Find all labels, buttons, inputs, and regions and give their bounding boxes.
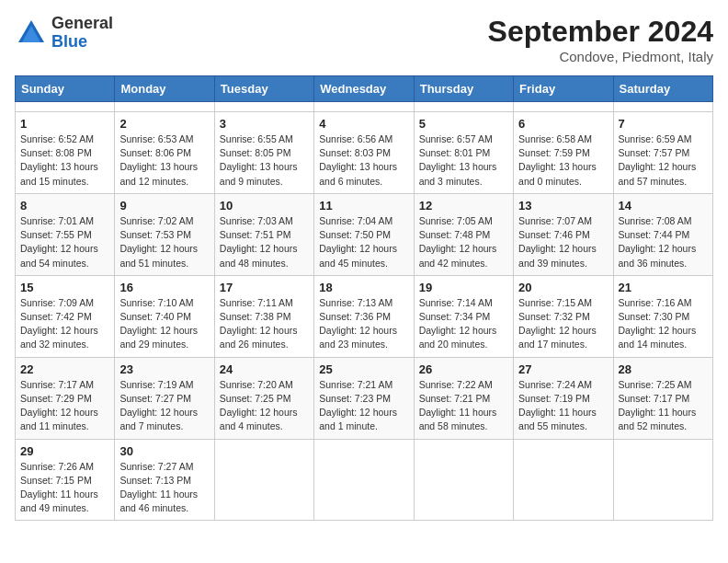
day-cell: 3Sunrise: 6:55 AM Sunset: 8:05 PM Daylig… — [214, 112, 313, 194]
day-cell — [514, 439, 613, 521]
day-detail: Sunrise: 7:07 AM Sunset: 7:46 PM Dayligh… — [518, 214, 608, 270]
week-row-4: 22Sunrise: 7:17 AM Sunset: 7:29 PM Dayli… — [16, 357, 713, 439]
day-cell: 2Sunrise: 6:53 AM Sunset: 8:06 PM Daylig… — [115, 112, 214, 194]
day-detail: Sunrise: 7:05 AM Sunset: 7:48 PM Dayligh… — [419, 214, 508, 270]
day-cell — [214, 439, 313, 521]
day-number: 23 — [119, 362, 209, 376]
day-cell: 5Sunrise: 6:57 AM Sunset: 8:01 PM Daylig… — [414, 112, 513, 194]
day-number: 29 — [20, 444, 109, 458]
day-number: 20 — [518, 281, 608, 294]
day-detail: Sunrise: 7:19 AM Sunset: 7:27 PM Dayligh… — [119, 378, 209, 434]
day-detail: Sunrise: 7:02 AM Sunset: 7:53 PM Dayligh… — [119, 214, 209, 270]
day-cell: 28Sunrise: 7:25 AM Sunset: 7:17 PM Dayli… — [613, 357, 712, 439]
day-header-thursday: Thursday — [414, 76, 513, 102]
day-cell: 24Sunrise: 7:20 AM Sunset: 7:25 PM Dayli… — [214, 357, 313, 439]
day-detail: Sunrise: 7:11 AM Sunset: 7:38 PM Dayligh… — [220, 296, 309, 352]
day-detail: Sunrise: 7:09 AM Sunset: 7:42 PM Dayligh… — [20, 296, 109, 352]
day-cell: 4Sunrise: 6:56 AM Sunset: 8:03 PM Daylig… — [314, 112, 414, 194]
day-detail: Sunrise: 6:59 AM Sunset: 7:57 PM Dayligh… — [619, 132, 708, 189]
week-row-2: 8Sunrise: 7:01 AM Sunset: 7:55 PM Daylig… — [16, 193, 713, 275]
day-cell: 22Sunrise: 7:17 AM Sunset: 7:29 PM Dayli… — [16, 357, 115, 439]
day-cell: 15Sunrise: 7:09 AM Sunset: 7:42 PM Dayli… — [16, 275, 115, 357]
day-number: 7 — [619, 117, 708, 131]
day-cell: 18Sunrise: 7:13 AM Sunset: 7:36 PM Dayli… — [314, 275, 414, 357]
day-detail: Sunrise: 7:21 AM Sunset: 7:23 PM Dayligh… — [319, 378, 408, 434]
day-number: 11 — [319, 199, 408, 213]
day-cell: 9Sunrise: 7:02 AM Sunset: 7:53 PM Daylig… — [115, 193, 214, 275]
day-cell: 7Sunrise: 6:59 AM Sunset: 7:57 PM Daylig… — [613, 112, 712, 194]
day-cell: 8Sunrise: 7:01 AM Sunset: 7:55 PM Daylig… — [16, 193, 115, 275]
day-detail: Sunrise: 7:14 AM Sunset: 7:34 PM Dayligh… — [419, 296, 508, 352]
day-cell: 27Sunrise: 7:24 AM Sunset: 7:19 PM Dayli… — [514, 357, 613, 439]
day-header-sunday: Sunday — [16, 76, 115, 102]
day-detail: Sunrise: 7:24 AM Sunset: 7:19 PM Dayligh… — [518, 378, 608, 434]
day-detail: Sunrise: 7:01 AM Sunset: 7:55 PM Dayligh… — [20, 214, 109, 270]
day-cell: 6Sunrise: 6:58 AM Sunset: 7:59 PM Daylig… — [514, 112, 613, 194]
day-number: 17 — [220, 281, 309, 294]
day-detail: Sunrise: 7:16 AM Sunset: 7:30 PM Dayligh… — [619, 296, 708, 352]
day-cell: 1Sunrise: 6:52 AM Sunset: 8:08 PM Daylig… — [16, 112, 115, 194]
week-row-3: 15Sunrise: 7:09 AM Sunset: 7:42 PM Dayli… — [16, 275, 713, 357]
day-number: 8 — [20, 199, 109, 213]
day-cell: 19Sunrise: 7:14 AM Sunset: 7:34 PM Dayli… — [414, 275, 513, 357]
day-cell: 23Sunrise: 7:19 AM Sunset: 7:27 PM Dayli… — [115, 357, 214, 439]
day-detail: Sunrise: 7:25 AM Sunset: 7:17 PM Dayligh… — [619, 378, 708, 434]
day-number: 15 — [20, 281, 109, 294]
month-title: September 2024 — [488, 15, 713, 49]
day-cell: 26Sunrise: 7:22 AM Sunset: 7:21 PM Dayli… — [414, 357, 513, 439]
day-detail: Sunrise: 7:10 AM Sunset: 7:40 PM Dayligh… — [119, 296, 209, 352]
location: Condove, Piedmont, Italy — [488, 49, 713, 64]
day-cell: 25Sunrise: 7:21 AM Sunset: 7:23 PM Dayli… — [314, 357, 414, 439]
day-detail: Sunrise: 6:57 AM Sunset: 8:01 PM Dayligh… — [419, 132, 508, 189]
logo-icon — [15, 17, 48, 50]
day-number: 10 — [220, 199, 309, 213]
day-number: 4 — [319, 117, 408, 131]
day-number: 22 — [20, 362, 109, 376]
day-number: 27 — [518, 362, 608, 376]
day-cell — [613, 102, 712, 112]
day-detail: Sunrise: 7:13 AM Sunset: 7:36 PM Dayligh… — [319, 296, 408, 352]
logo: General Blue — [15, 15, 113, 52]
day-cell — [314, 102, 414, 112]
day-number: 26 — [419, 362, 508, 376]
day-number: 16 — [119, 281, 209, 294]
day-detail: Sunrise: 7:17 AM Sunset: 7:29 PM Dayligh… — [20, 378, 109, 434]
header-row: SundayMondayTuesdayWednesdayThursdayFrid… — [16, 76, 713, 102]
day-number: 30 — [119, 444, 209, 458]
day-header-tuesday: Tuesday — [214, 76, 313, 102]
day-number: 21 — [619, 281, 708, 294]
day-number: 6 — [518, 117, 608, 131]
day-number: 1 — [20, 117, 109, 131]
day-cell — [115, 102, 214, 112]
day-number: 24 — [220, 362, 309, 376]
day-number: 5 — [419, 117, 508, 131]
week-row-5: 29Sunrise: 7:26 AM Sunset: 7:15 PM Dayli… — [16, 439, 713, 521]
day-cell — [613, 439, 712, 521]
day-cell: 20Sunrise: 7:15 AM Sunset: 7:32 PM Dayli… — [514, 275, 613, 357]
day-cell — [16, 102, 115, 112]
day-cell — [314, 439, 414, 521]
day-cell: 21Sunrise: 7:16 AM Sunset: 7:30 PM Dayli… — [613, 275, 712, 357]
day-detail: Sunrise: 6:56 AM Sunset: 8:03 PM Dayligh… — [319, 132, 408, 189]
day-number: 12 — [419, 199, 508, 213]
week-row-0 — [16, 102, 713, 112]
day-detail: Sunrise: 6:55 AM Sunset: 8:05 PM Dayligh… — [220, 132, 309, 189]
day-cell: 29Sunrise: 7:26 AM Sunset: 7:15 PM Dayli… — [16, 439, 115, 521]
day-number: 2 — [119, 117, 209, 131]
day-number: 3 — [220, 117, 309, 131]
day-detail: Sunrise: 6:53 AM Sunset: 8:06 PM Dayligh… — [119, 132, 209, 189]
day-cell: 14Sunrise: 7:08 AM Sunset: 7:44 PM Dayli… — [613, 193, 712, 275]
day-cell — [514, 102, 613, 112]
week-row-1: 1Sunrise: 6:52 AM Sunset: 8:08 PM Daylig… — [16, 112, 713, 194]
day-detail: Sunrise: 7:26 AM Sunset: 7:15 PM Dayligh… — [20, 460, 109, 516]
day-number: 13 — [518, 199, 608, 213]
logo-text: General Blue — [51, 15, 113, 52]
day-detail: Sunrise: 7:03 AM Sunset: 7:51 PM Dayligh… — [220, 214, 309, 270]
day-cell: 16Sunrise: 7:10 AM Sunset: 7:40 PM Dayli… — [115, 275, 214, 357]
day-detail: Sunrise: 7:22 AM Sunset: 7:21 PM Dayligh… — [419, 378, 508, 434]
day-number: 25 — [319, 362, 408, 376]
day-number: 18 — [319, 281, 408, 294]
day-cell — [414, 102, 513, 112]
day-cell: 12Sunrise: 7:05 AM Sunset: 7:48 PM Dayli… — [414, 193, 513, 275]
calendar-table: SundayMondayTuesdayWednesdayThursdayFrid… — [15, 75, 713, 521]
